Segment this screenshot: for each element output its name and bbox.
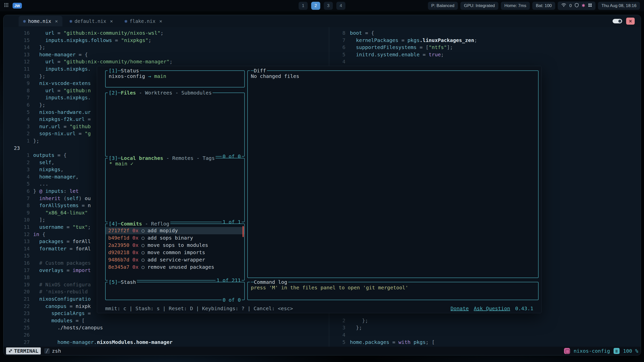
- code-line: 7 kernelPackages = pkgs.linuxPackages_ze…: [329, 37, 641, 44]
- line-number: 11: [4, 65, 33, 73]
- workspace-button-4[interactable]: 4: [336, 2, 345, 10]
- workspace-button-3[interactable]: 3: [324, 2, 333, 10]
- keybindings-text: mmit: c | Stash: s | Reset: D | Keybindi…: [105, 305, 293, 312]
- lazygit-status-panel[interactable]: [1]─Status nixos-config → main: [105, 70, 245, 87]
- line-number: 25: [4, 324, 33, 331]
- line-number: 15: [4, 252, 33, 259]
- workspace-button-2[interactable]: 2: [311, 2, 320, 10]
- user-badge[interactable]: JW: [13, 3, 22, 9]
- status-item: Home: 7ms: [501, 2, 530, 10]
- line-number: 3: [329, 324, 350, 331]
- branches-panel-title: [3]─Local branches - Remotes - Tags: [108, 155, 216, 162]
- line-number: 2: [329, 317, 350, 324]
- code-line: 4: [329, 58, 641, 65]
- commit-row[interactable]: 2717f2f 0x ○ add mopidy: [106, 227, 244, 234]
- code-line: 5home.packages = with pkgs; [: [329, 339, 641, 346]
- shell-segment[interactable]: ╱ zsh: [44, 348, 61, 354]
- line-number: 12: [4, 231, 33, 238]
- nix-icon: ❄: [23, 19, 26, 24]
- line-number: 2: [4, 159, 33, 166]
- command-log-title: ─Command log: [250, 279, 288, 286]
- lazygit-popup: [1]─Status nixos-config → main [2]─Files…: [97, 66, 542, 313]
- commit-row[interactable]: 9486b7d 0x ○ add service-wrapper: [106, 256, 244, 263]
- line-number: 4: [329, 58, 350, 65]
- wifi-icon[interactable]: [561, 3, 566, 8]
- line-number: 7: [4, 195, 33, 202]
- lazygit-files-panel[interactable]: [2]─Files - Worktrees - Submodules 0 of …: [105, 93, 245, 157]
- tiles-icon[interactable]: [588, 3, 592, 8]
- lazygit-branches-panel[interactable]: [3]─Local branches - Remotes - Tags * ma…: [105, 158, 245, 222]
- line-number: 15: [4, 37, 33, 44]
- line-number: 13: [4, 238, 33, 245]
- shield-icon[interactable]: [575, 3, 579, 9]
- list-icon[interactable]: ≡: [614, 348, 620, 354]
- line-number: 4: [4, 173, 33, 180]
- code-line: 24 modules = [: [4, 317, 329, 324]
- donate-link[interactable]: Donate: [451, 305, 469, 312]
- line-number: 26: [4, 331, 33, 339]
- code-line: 27 home-manager.nixosModules.home-manage…: [4, 339, 329, 346]
- commit-row[interactable]: b49ef1d 0x ○ add sops binary: [106, 234, 244, 242]
- tab-flake.nix[interactable]: ❄flake.nix×: [120, 16, 167, 26]
- commit-row[interactable]: 8e345a7 0x ○ remove unused packages: [106, 263, 244, 271]
- line-number: 5: [4, 180, 33, 188]
- shell-icon: ╱: [44, 348, 50, 354]
- line-number: 11: [4, 223, 33, 231]
- line-number: 9: [4, 209, 33, 216]
- lazygit-command-log-panel[interactable]: ─Command log press 'M' in the files pane…: [247, 282, 539, 300]
- line-number: 4: [4, 116, 33, 123]
- line-number: 5: [329, 339, 350, 346]
- layout-toggle[interactable]: [613, 19, 622, 23]
- code-line: 6 supportedFilesystems = ["ntfs"];: [329, 44, 641, 51]
- commits-scrollbar-thumb[interactable]: [243, 226, 244, 237]
- line-number: 6: [4, 188, 33, 195]
- line-number: 23: [4, 310, 33, 317]
- line-number: 10: [4, 73, 33, 80]
- tab-label: home.nix: [28, 18, 51, 24]
- workspace-button-1[interactable]: 1: [299, 2, 308, 10]
- project-icon: [564, 348, 570, 354]
- tab-bar: ❄home.nix×❄default.nix×❄flake.nix× ×: [4, 15, 641, 27]
- line-number: 7: [4, 94, 33, 101]
- nix-icon: ❄: [69, 19, 72, 24]
- shield-count: 0: [569, 3, 572, 8]
- tab-close-icon[interactable]: ×: [55, 18, 58, 24]
- code-line: 13 home-manager = {: [4, 51, 329, 58]
- tab-home.nix[interactable]: ❄home.nix×: [19, 16, 62, 26]
- code-line: 3 };: [329, 324, 641, 331]
- command-log-content: press 'M' in the files panel to open 'gi…: [248, 282, 538, 293]
- workspace-switcher: 1234: [299, 2, 345, 10]
- commit-row[interactable]: 2a23950 0x ○ move sops to modules: [106, 242, 244, 249]
- line-number: 7: [329, 37, 350, 44]
- mode-label: TERMINAL: [14, 348, 38, 354]
- status-item: P: Balanced: [428, 2, 458, 10]
- code-line: 15 inputs.nixpkgs.follows = "nixpkgs";: [4, 37, 329, 44]
- tab-label: default.nix: [74, 18, 106, 24]
- system-status-items: P: BalancedGPU: IntegratedHome: 7msBat: …: [428, 2, 555, 10]
- commits-panel-title: [4]─Commits - Reflog: [108, 220, 170, 227]
- apps-grid-icon[interactable]: [4, 3, 9, 9]
- clock[interactable]: Thu Aug 08, 18:16: [598, 2, 640, 10]
- commit-row[interactable]: d920218 0x ○ move common imports: [106, 249, 244, 256]
- line-number: 18: [4, 274, 33, 281]
- tab-default.nix[interactable]: ❄default.nix×: [65, 16, 117, 26]
- lazygit-commits-panel[interactable]: [4]─Commits - Reflog 2717f2f 0x ○ add mo…: [105, 223, 245, 281]
- flower-icon[interactable]: ✱: [582, 3, 585, 8]
- code-line: 26: [4, 331, 329, 339]
- line-number: 16: [4, 29, 33, 37]
- tab-close-icon[interactable]: ×: [159, 18, 162, 24]
- lazygit-keybindings-bar: mmit: c | Stash: s | Reset: D | Keybindi…: [105, 305, 533, 312]
- line-number: 12: [4, 58, 33, 65]
- stash-count: 0 of 0: [222, 296, 242, 303]
- nix-icon: ❄: [125, 19, 127, 24]
- statusline: TERMINAL ╱ zsh nixos-config ≡ 100 %: [4, 347, 641, 355]
- status-item: GPU: Integrated: [460, 2, 498, 10]
- lazygit-diff-panel[interactable]: ─Diff No changed files: [247, 70, 539, 278]
- mode-badge: TERMINAL: [6, 347, 41, 354]
- ask-question-link[interactable]: Ask Question: [474, 305, 510, 312]
- tab-close-icon[interactable]: ×: [110, 18, 113, 24]
- code-line: 16 url = "github:nix-community/nixos-wsl…: [4, 29, 329, 37]
- lazygit-stash-panel[interactable]: [5]─Stash 0 of 0: [105, 282, 245, 300]
- line-number: 21: [4, 295, 33, 303]
- window-close-button[interactable]: ×: [626, 18, 635, 25]
